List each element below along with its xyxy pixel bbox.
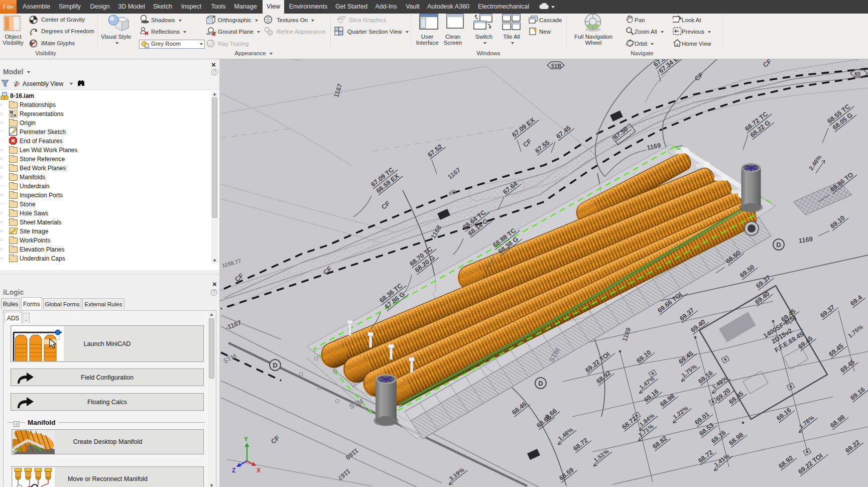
svg-text:60: 60 (854, 71, 860, 77)
svg-text:51B: 51B (551, 63, 561, 69)
svg-text:D: D (538, 380, 543, 387)
svg-text:Y: Y (244, 436, 248, 443)
svg-text:X: X (257, 467, 261, 474)
svg-text:D: D (273, 361, 277, 369)
svg-text:D: D (776, 241, 781, 249)
svg-text:Z: Z (232, 467, 235, 474)
